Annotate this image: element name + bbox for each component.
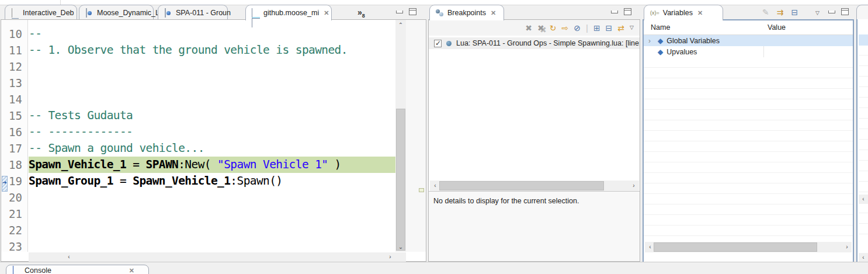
remove-all-breakpoints-icon[interactable]: ✖ bbox=[537, 24, 544, 32]
breakpoint-checkbox[interactable] bbox=[434, 40, 442, 47]
overview-ruler[interactable] bbox=[406, 20, 426, 252]
link-with-debug-icon[interactable]: ⇄ bbox=[617, 24, 624, 32]
code-line[interactable] bbox=[29, 58, 395, 75]
tab-label: SPA-011 - Groun bbox=[176, 9, 231, 17]
goto-file-icon[interactable]: ⇨ bbox=[562, 24, 569, 32]
expand-chevron-icon[interactable]: › bbox=[648, 37, 654, 45]
window-icon bbox=[252, 9, 260, 17]
breakpoints-maximize-button[interactable] bbox=[624, 8, 631, 15]
scrollbar-thumb[interactable] bbox=[654, 242, 817, 252]
toolbar-separator: | bbox=[586, 23, 588, 32]
code-line[interactable]: -- 1. Observe that the ground vehicle is… bbox=[29, 42, 395, 58]
view-menu-icon[interactable]: ▽ bbox=[815, 11, 820, 16]
breakpoint-list-item[interactable]: Lua: SPA-011 - Ground Ops - Simple Spawn… bbox=[429, 37, 640, 49]
code-token-global: Spawn_Vehicle_1 bbox=[29, 158, 126, 171]
code-line[interactable] bbox=[29, 91, 395, 107]
variable-row-upvalues[interactable]: ◆ Upvalues bbox=[644, 46, 853, 57]
line-number[interactable]: 20 bbox=[1, 189, 27, 206]
code-line[interactable] bbox=[29, 238, 395, 252]
column-header-value[interactable]: Value bbox=[768, 23, 786, 32]
code-text-area[interactable]: ---- 1. Observe that the ground vehicle … bbox=[29, 20, 395, 252]
variable-name: Upvalues bbox=[666, 48, 697, 56]
close-view-icon[interactable]: ✕ bbox=[129, 267, 134, 274]
code-line[interactable] bbox=[29, 222, 395, 238]
line-number[interactable]: 22 bbox=[1, 222, 27, 238]
tab-spa-011[interactable]: SPA-011 - Groun bbox=[158, 5, 228, 20]
editor-vertical-scrollbar[interactable]: ⌃ ⌄ bbox=[395, 20, 406, 252]
code-line[interactable] bbox=[29, 189, 395, 206]
breakpoints-icon bbox=[436, 9, 444, 17]
line-number[interactable]: 14 bbox=[1, 91, 27, 107]
line-number-ruler[interactable]: 1011121314151617181920212223 bbox=[1, 20, 28, 252]
current-line-highlight: Spawn_Vehicle_1 = SPAWN:New( "Spawn Vehi… bbox=[29, 157, 395, 173]
scroll-left-icon[interactable]: ‹ bbox=[859, 253, 868, 262]
tab-label: Interactive_Deb bbox=[23, 9, 74, 17]
clipped-grid-lines bbox=[859, 34, 868, 240]
code-line[interactable]: Spawn_Vehicle_1 = SPAWN:New( "Spawn Vehi… bbox=[29, 157, 395, 173]
variables-grid-lines bbox=[644, 57, 853, 241]
close-tab-icon[interactable]: ✕ bbox=[324, 9, 329, 17]
collapse-all-icon[interactable]: ⊟ bbox=[791, 8, 798, 16]
line-number[interactable]: 18 bbox=[1, 157, 27, 173]
tab-interactive-deb[interactable]: Interactive_Deb bbox=[5, 5, 77, 20]
line-number[interactable]: 10 bbox=[1, 26, 27, 42]
view-title: Breakpoints bbox=[447, 9, 486, 17]
view-menu-icon[interactable]: ▽ bbox=[630, 25, 634, 30]
line-number[interactable]: 23 bbox=[1, 238, 27, 255]
tab-console-view[interactable]: Console ✕ bbox=[6, 265, 149, 274]
code-token-global: Spawn_Group_1 bbox=[29, 174, 113, 188]
breakpoints-horizontal-scrollbar[interactable]: ‹ › bbox=[430, 181, 639, 191]
line-number[interactable]: 17 bbox=[1, 140, 27, 157]
close-view-icon[interactable]: ✕ bbox=[491, 9, 496, 17]
variables-horizontal-scrollbar[interactable]: ‹ › bbox=[645, 242, 852, 252]
code-token-comment: -- 1. Observe that the ground vehicle is… bbox=[29, 43, 348, 57]
line-number[interactable]: 21 bbox=[1, 206, 27, 222]
code-line[interactable] bbox=[29, 75, 395, 91]
editor-minimize-button[interactable] bbox=[396, 11, 403, 13]
line-number[interactable]: 11 bbox=[1, 42, 27, 58]
breakpoint-label: Lua: SPA-011 - Ground Ops - Simple Spawn… bbox=[456, 39, 640, 47]
editor-horizontal-scrollbar[interactable]: ‹ › bbox=[29, 252, 406, 262]
code-token-global: SPAWN bbox=[146, 158, 179, 171]
lua-file-icon bbox=[164, 9, 172, 17]
tab-overflow-chevron[interactable]: »8 bbox=[357, 8, 365, 19]
column-header-name[interactable]: Name bbox=[651, 23, 670, 32]
expand-all-icon[interactable]: ⊞ bbox=[593, 24, 600, 32]
code-line[interactable]: Spawn_Group_1 = Spawn_Vehicle_1:Spawn() bbox=[29, 173, 395, 189]
line-number[interactable]: 12 bbox=[1, 58, 27, 75]
tab-github-moose-active[interactable]: github.moose_mi ✕ bbox=[245, 5, 332, 20]
code-token-global: Spawn_Vehicle_1 bbox=[133, 174, 230, 188]
variables-panel: Name Value › ◆ Global Variables ◆ Upvalu… bbox=[643, 19, 854, 267]
remove-breakpoint-icon[interactable]: ✖ bbox=[525, 24, 532, 32]
code-line[interactable] bbox=[29, 206, 395, 222]
variables-minimize-button[interactable] bbox=[828, 11, 835, 13]
tab-label: github.moose_mi bbox=[263, 9, 319, 17]
variable-row-global-variables[interactable]: › ◆ Global Variables bbox=[644, 35, 853, 46]
variables-maximize-button[interactable] bbox=[841, 8, 849, 15]
clipped-view-tab-edge bbox=[856, 5, 868, 19]
skip-all-breakpoints-icon[interactable]: ⊘ bbox=[574, 24, 581, 32]
code-token-comment: -- ------------- bbox=[29, 125, 133, 138]
code-editor: 1011121314151617181920212223 ---- 1. Obs… bbox=[1, 19, 426, 262]
tab-moose-dynamic[interactable]: Moose_Dynamic_L bbox=[79, 5, 154, 20]
breakpoints-minimize-button[interactable] bbox=[611, 11, 618, 13]
line-number[interactable]: 16 bbox=[1, 124, 27, 140]
show-type-names-icon[interactable]: ✎ bbox=[762, 8, 769, 16]
collapse-all-icon[interactable]: ⊟ bbox=[606, 24, 613, 32]
eclipse-workbench: Interactive_Deb Moose_Dynamic_L SPA-011 … bbox=[0, 0, 868, 274]
line-number[interactable]: 13 bbox=[1, 75, 27, 91]
show-logical-structure-icon[interactable]: ⇉ bbox=[777, 8, 784, 16]
tab-variables-view[interactable]: (x)= Variables ✕ bbox=[644, 5, 723, 20]
code-line[interactable]: -- Tests Gudauta bbox=[29, 107, 395, 124]
line-number[interactable]: 15 bbox=[1, 107, 27, 124]
refresh-breakpoints-icon[interactable]: ↻ bbox=[550, 24, 557, 32]
tab-breakpoints-view[interactable]: Breakpoints ✕ bbox=[429, 5, 504, 20]
scrollbar-thumb[interactable] bbox=[439, 181, 604, 190]
close-view-icon[interactable]: ✕ bbox=[697, 9, 703, 17]
scrollbar-thumb[interactable] bbox=[396, 109, 405, 251]
code-line[interactable]: -- Spawn a gound vehicle... bbox=[29, 140, 395, 157]
code-line[interactable]: -- ------------- bbox=[29, 124, 395, 140]
editor-maximize-button[interactable] bbox=[409, 8, 416, 15]
code-line[interactable]: -- bbox=[29, 26, 395, 42]
scroll-left-icon[interactable]: ‹ bbox=[859, 195, 868, 204]
